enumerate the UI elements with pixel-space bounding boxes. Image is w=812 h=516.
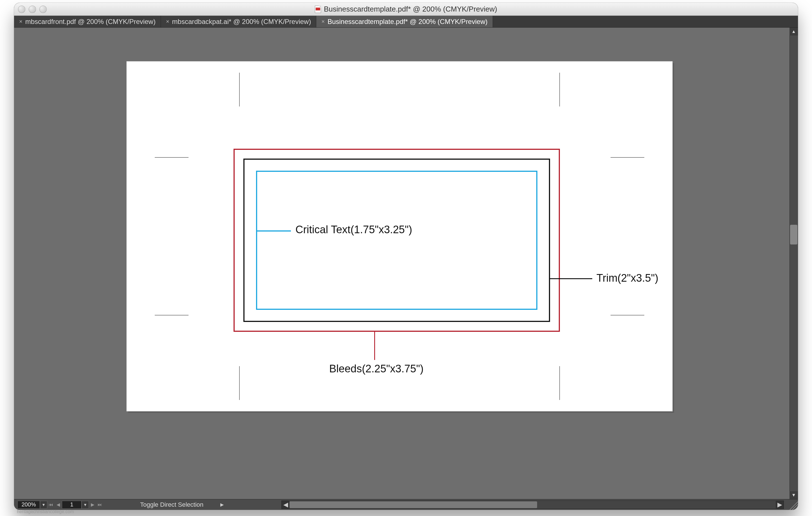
document-tab-bar: × mbscardfront.pdf @ 200% (CMYK/Preview)… — [14, 16, 798, 28]
leader-line — [257, 230, 291, 232]
watermark-text: heritagechristiancollege.com — [17, 509, 74, 514]
pdf-file-icon — [315, 6, 321, 13]
close-tab-icon[interactable]: × — [321, 18, 325, 25]
tab-mbscardfront[interactable]: × mbscardfront.pdf @ 200% (CMYK/Preview) — [14, 16, 161, 27]
trim-label: Trim(2"x3.5") — [597, 272, 658, 284]
vertical-scrollbar[interactable]: ▲ ▼ — [789, 28, 798, 499]
crop-mark — [239, 366, 240, 400]
critical-text-label: Critical Text(1.75"x3.25") — [295, 224, 412, 236]
tab-label: mbscardbackpat.ai* @ 200% (CMYK/Preview) — [172, 18, 311, 26]
close-tab-icon[interactable]: × — [166, 18, 169, 25]
scroll-up-button[interactable]: ▲ — [789, 28, 798, 35]
artboard: Critical Text(1.75"x3.25") Trim(2"x3.5")… — [126, 61, 672, 411]
titlebar[interactable]: Businesscardtemplate.pdf* @ 200% (CMYK/P… — [14, 3, 798, 16]
bleeds-label: Bleeds(2.25"x3.75") — [329, 363, 424, 375]
crop-mark — [155, 315, 188, 316]
horizontal-scroll-thumb[interactable] — [290, 501, 537, 508]
crop-mark — [155, 157, 188, 158]
safe-area-box — [256, 171, 538, 310]
canvas-workspace[interactable]: Critical Text(1.75"x3.25") Trim(2"x3.5")… — [14, 28, 798, 499]
leader-line — [374, 332, 375, 360]
crop-mark — [611, 157, 644, 158]
next-page-button[interactable]: ▶ — [89, 501, 96, 509]
status-bar: 200% ▼ ⏮ ◀ 1 ▼ ▶ ⏭ Toggle Direct Selecti… — [14, 499, 798, 510]
tab-label: Businesscardtemplate.pdf* @ 200% (CMYK/P… — [327, 18, 488, 26]
close-tab-icon[interactable]: × — [19, 18, 23, 25]
crop-mark — [611, 315, 644, 316]
zoom-level-field[interactable]: 200% — [18, 501, 40, 509]
resize-handle[interactable] — [787, 499, 798, 510]
tab-businesscardtemplate[interactable]: × Businesscardtemplate.pdf* @ 200% (CMYK… — [316, 16, 493, 27]
minimize-window-button[interactable] — [29, 6, 36, 13]
selection-mode-label: Toggle Direct Selection — [140, 501, 203, 508]
prev-page-button[interactable]: ◀ — [55, 501, 62, 509]
close-window-button[interactable] — [18, 6, 25, 13]
scroll-left-button[interactable]: ◀ — [282, 501, 290, 509]
first-page-button[interactable]: ⏮ — [47, 501, 55, 509]
crop-mark — [559, 73, 560, 106]
scroll-down-button[interactable]: ▼ — [789, 491, 798, 499]
horizontal-scrollbar[interactable]: ◀ ▶ — [281, 500, 784, 509]
crop-mark — [559, 366, 560, 400]
page-number-field[interactable]: 1 — [62, 501, 82, 509]
vertical-scroll-thumb[interactable] — [790, 225, 798, 244]
page-dropdown-button[interactable]: ▼ — [82, 501, 89, 509]
tab-label: mbscardfront.pdf @ 200% (CMYK/Preview) — [25, 18, 155, 26]
app-window: Businesscardtemplate.pdf* @ 200% (CMYK/P… — [14, 3, 798, 510]
last-page-button[interactable]: ⏭ — [96, 501, 104, 509]
leader-line — [550, 278, 592, 279]
scroll-right-button[interactable]: ▶ — [776, 501, 784, 509]
zoom-window-button[interactable] — [39, 6, 47, 13]
status-expand-icon[interactable]: ▶ — [220, 502, 224, 507]
tab-mbscardbackpat[interactable]: × mbscardbackpat.ai* @ 200% (CMYK/Previe… — [161, 16, 317, 27]
crop-mark — [239, 73, 240, 106]
zoom-dropdown-button[interactable]: ▼ — [40, 501, 47, 509]
window-title: Businesscardtemplate.pdf* @ 200% (CMYK/P… — [324, 5, 497, 13]
